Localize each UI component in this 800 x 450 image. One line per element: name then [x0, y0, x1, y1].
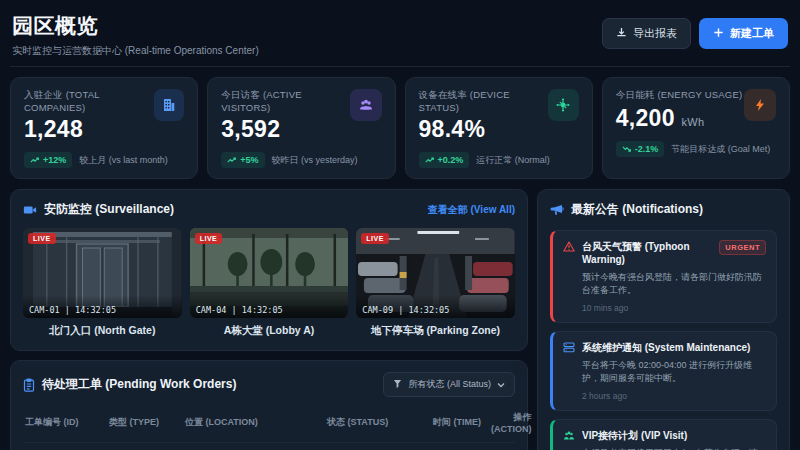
col-time: 时间 (TIME): [433, 416, 491, 429]
camera-feed: LIVE CAM-09 | 14:32:05: [356, 228, 515, 318]
delta-note: 较昨日 (vs yesterday): [272, 154, 358, 167]
page-title: 园区概览: [12, 12, 259, 40]
bolt-icon: [744, 89, 776, 121]
camera-feed: LIVE CAM-01 | 14:32:05: [23, 228, 182, 318]
notification-time: 2 hours ago: [582, 391, 766, 401]
warning-triangle-icon: [563, 241, 575, 252]
stat-card-visitors: 今日访客 (ACTIVE VISITORS) 3,592 +5% 较昨日 (vs…: [207, 77, 395, 179]
notification-title: VIP接待计划 (VIP Visit): [582, 429, 766, 442]
stat-card-devices: 设备在线率 (DEVICE STATUS) 98.4% +0.2% 运行正常 (…: [405, 77, 593, 179]
delta-badge: +12%: [24, 152, 72, 168]
notification-maintenance[interactable]: 系统维护通知 (System Maintenance) 平台将于今晚 02:00…: [550, 331, 777, 411]
delta-note: 节能目标达成 (Goal Met): [671, 143, 770, 156]
notifications-panel: 最新公告 (Notifications) 台风天气预警 (Typhoon War…: [537, 189, 790, 450]
delta-note: 运行正常 (Normal): [476, 154, 550, 167]
header-titles: 园区概览 实时监控与运营数据中心 (Real-time Operations C…: [12, 12, 259, 58]
new-work-order-button[interactable]: 新建工单: [699, 18, 788, 49]
stat-card-energy: 今日能耗 (ENERGY USAGE) 4,200 kWh -2.1% 节能目标…: [602, 77, 790, 179]
work-orders-table: 工单编号 (ID) 类型 (TYPE) 位置 (LOCATION) 状态 (ST…: [23, 407, 515, 450]
live-badge: LIVE: [28, 233, 56, 244]
network-icon: [548, 89, 579, 121]
stat-card-companies: 入驻企业 (TOTAL COMPANIES) 1,248 +12% 较上月 (v…: [10, 77, 198, 179]
camera-caption: 地下停车场 (Parking Zone): [356, 324, 515, 338]
col-status: 状态 (STATUS): [327, 416, 433, 429]
notification-title: 台风天气预警 (Typhoon Warning): [582, 240, 712, 266]
dashboard-page: 园区概览 实时监控与运营数据中心 (Real-time Operations C…: [0, 0, 800, 450]
stat-label: 今日访客 (ACTIVE VISITORS): [221, 89, 350, 113]
delta-badge: +0.2%: [419, 152, 470, 168]
stat-label: 设备在线率 (DEVICE STATUS): [419, 89, 549, 113]
notification-body: 预计今晚有强台风登陆，请各部门做好防汛防台准备工作。: [582, 271, 766, 297]
clipboard-icon: [23, 378, 35, 392]
page-header: 园区概览 实时监控与运营数据中心 (Real-time Operations C…: [10, 10, 790, 67]
live-badge: LIVE: [361, 233, 389, 244]
notification-list: 台风天气预警 (Typhoon Warning) URGENT 预计今晚有强台风…: [550, 230, 777, 450]
urgent-badge: URGENT: [719, 240, 766, 255]
stat-value: 4,200: [616, 105, 675, 131]
notification-body: 平台将于今晚 02:00-04:00 进行例行升级维护，期间服务可能中断。: [582, 359, 766, 385]
notification-vip[interactable]: VIP接待计划 (VIP Visit) 市领导考察团将于明日上午9点莅临参观，请…: [550, 419, 777, 450]
visitors-icon: [350, 89, 381, 121]
stat-label: 入驻企业 (TOTAL COMPANIES): [24, 89, 154, 113]
table-row: #WO-2023001 设施维修 3号楼电梯 (Elevator B3) 待处理…: [23, 442, 515, 450]
stat-value: 1,248: [24, 116, 83, 142]
table-header-row: 工单编号 (ID) 类型 (TYPE) 位置 (LOCATION) 状态 (ST…: [23, 407, 515, 442]
export-report-button[interactable]: 导出报表: [602, 18, 691, 49]
live-badge: LIVE: [195, 233, 223, 244]
camera-tile-lobby-a[interactable]: LIVE CAM-04 | 14:32:05 A栋大堂 (Lobby A): [190, 228, 349, 338]
status-filter-dropdown[interactable]: 所有状态 (All Status): [383, 372, 515, 397]
notifications-title: 最新公告 (Notifications): [571, 201, 703, 218]
surveillance-title: 安防监控 (Surveillance): [44, 201, 174, 218]
chevron-down-icon: [497, 380, 505, 390]
vip-group-icon: [563, 430, 575, 441]
col-id: 工单编号 (ID): [25, 416, 109, 429]
col-location: 位置 (LOCATION): [185, 416, 327, 429]
camera-tile-parking[interactable]: LIVE CAM-09 | 14:32:05 地下停车场 (Parking Zo…: [356, 228, 515, 338]
stat-unit: kWh: [682, 116, 705, 128]
view-all-link[interactable]: 查看全部 (View All): [428, 203, 515, 217]
stat-value: 98.4%: [419, 116, 486, 142]
col-action: 操作 (ACTION): [491, 411, 531, 434]
camera-grid: LIVE CAM-01 | 14:32:05 北门入口 (North Gate): [23, 228, 515, 338]
notification-typhoon[interactable]: 台风天气预警 (Typhoon Warning) URGENT 预计今晚有强台风…: [550, 230, 777, 323]
camera-tile-north-gate[interactable]: LIVE CAM-01 | 14:32:05 北门入口 (North Gate): [23, 228, 182, 338]
building-icon: [154, 89, 184, 121]
work-orders-title: 待处理工单 (Pending Work Orders): [42, 376, 236, 393]
surveillance-panel: 安防监控 (Surveillance) 查看全部 (View All): [10, 189, 528, 351]
notification-title: 系统维护通知 (System Maintenance): [582, 341, 766, 354]
delta-badge: -2.1%: [616, 141, 665, 157]
header-actions: 导出报表 新建工单: [602, 18, 788, 49]
delta-badge: +5%: [221, 152, 264, 168]
download-icon: [616, 27, 627, 40]
video-camera-icon: [23, 204, 37, 216]
camera-overlay: CAM-09 | 14:32:05: [356, 295, 515, 318]
stat-value: 3,592: [221, 116, 280, 142]
camera-caption: 北门入口 (North Gate): [23, 324, 182, 338]
stat-label: 今日能耗 (ENERGY USAGE): [616, 89, 743, 102]
server-icon: [563, 342, 575, 353]
camera-caption: A栋大堂 (Lobby A): [190, 324, 349, 338]
stats-row: 入驻企业 (TOTAL COMPANIES) 1,248 +12% 较上月 (v…: [10, 77, 790, 179]
notification-time: 10 mins ago: [582, 303, 766, 313]
delta-note: 较上月 (vs last month): [79, 154, 168, 167]
megaphone-icon: [550, 204, 564, 216]
main-area: 安防监控 (Surveillance) 查看全部 (View All): [10, 189, 790, 450]
camera-overlay: CAM-04 | 14:32:05: [190, 295, 349, 318]
work-orders-panel: 待处理工单 (Pending Work Orders) 所有状态 (All St…: [10, 360, 528, 450]
plus-icon: [713, 27, 724, 40]
page-subtitle: 实时监控与运营数据中心 (Real-time Operations Center…: [12, 44, 259, 58]
col-type: 类型 (TYPE): [109, 416, 185, 429]
funnel-icon: [393, 379, 402, 390]
camera-feed: LIVE CAM-04 | 14:32:05: [190, 228, 349, 318]
camera-overlay: CAM-01 | 14:32:05: [23, 295, 182, 318]
left-column: 安防监控 (Surveillance) 查看全部 (View All): [10, 189, 528, 450]
